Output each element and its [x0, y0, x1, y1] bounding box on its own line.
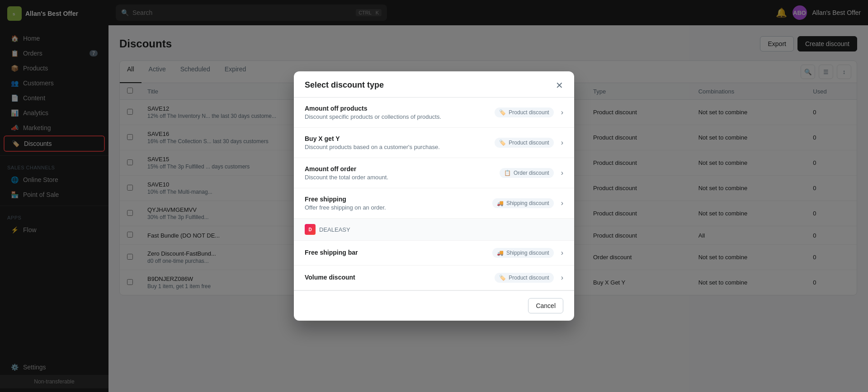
- chevron-right-icon: ›: [561, 108, 563, 117]
- order-discount-badge: 📋 Order discount: [500, 168, 554, 178]
- discount-option-amount-off-order[interactable]: Amount off order Discount the total orde…: [294, 158, 574, 188]
- tag-icon: 🏷️: [499, 109, 506, 116]
- dealeasy-section: D DEALEASY: [294, 219, 574, 241]
- discount-option-desc: Discount the total order amount.: [305, 174, 492, 181]
- modal-body: Amount off products Discount specific pr…: [294, 98, 574, 290]
- discount-option-content: Free shipping bar: [305, 249, 485, 257]
- discount-option-desc: Offer free shipping on an order.: [305, 204, 485, 211]
- discount-option-content: Amount off order Discount the total orde…: [305, 165, 492, 181]
- modal-title: Select discount type: [305, 80, 384, 90]
- discount-option-buy-x-get-y[interactable]: Buy X get Y Discount products based on a…: [294, 128, 574, 158]
- dealeasy-label: DEALEASY: [319, 226, 350, 233]
- modal-footer: Cancel: [294, 290, 574, 321]
- discount-option-content: Buy X get Y Discount products based on a…: [305, 135, 487, 150]
- dealeasy-header: D DEALEASY: [305, 224, 563, 235]
- tag-icon: 🏷️: [499, 275, 506, 281]
- cancel-button[interactable]: Cancel: [528, 298, 563, 313]
- discount-option-title: Amount off products: [305, 105, 487, 112]
- discount-option-title: Amount off order: [305, 165, 492, 173]
- product-discount-badge-3: 🏷️ Product discount: [495, 273, 553, 283]
- discount-option-title: Free shipping: [305, 196, 485, 203]
- chevron-right-icon: ›: [561, 139, 563, 147]
- chevron-right-icon: ›: [561, 199, 563, 207]
- shipping-discount-badge-1: 🚚 Shipping discount: [492, 198, 554, 208]
- chevron-right-icon: ›: [561, 274, 563, 282]
- chevron-right-icon: ›: [561, 169, 563, 177]
- shipping-icon: 🚚: [497, 200, 504, 206]
- product-discount-badge-1: 🏷️ Product discount: [495, 107, 553, 117]
- modal-header: Select discount type ✕: [294, 71, 574, 98]
- modal-overlay[interactable]: Select discount type ✕ Amount off produc…: [0, 0, 868, 392]
- discount-option-content: Volume discount: [305, 274, 487, 282]
- product-discount-badge-2: 🏷️ Product discount: [495, 138, 553, 148]
- shipping-discount-badge-2: 🚚 Shipping discount: [492, 248, 554, 258]
- discount-option-title: Buy X get Y: [305, 135, 487, 142]
- discount-option-volume-discount[interactable]: Volume discount 🏷️ Product discount ›: [294, 266, 574, 290]
- shipping-icon: 🚚: [497, 250, 504, 256]
- discount-option-free-shipping-bar[interactable]: Free shipping bar 🚚 Shipping discount ›: [294, 241, 574, 266]
- discount-option-title: Free shipping bar: [305, 249, 485, 256]
- modal-close-button[interactable]: ✕: [556, 81, 563, 90]
- discount-option-amount-off-products[interactable]: Amount off products Discount specific pr…: [294, 98, 574, 128]
- discount-option-free-shipping[interactable]: Free shipping Offer free shipping on an …: [294, 188, 574, 219]
- chevron-right-icon: ›: [561, 249, 563, 257]
- order-icon: 📋: [504, 170, 511, 176]
- dealeasy-icon: D: [305, 224, 316, 235]
- discount-option-content: Amount off products Discount specific pr…: [305, 105, 487, 120]
- discount-option-content: Free shipping Offer free shipping on an …: [305, 196, 485, 211]
- tag-icon: 🏷️: [499, 140, 506, 146]
- discount-option-title: Volume discount: [305, 274, 487, 281]
- select-discount-type-modal: Select discount type ✕ Amount off produc…: [294, 71, 574, 321]
- discount-option-desc: Discount specific products or collection…: [305, 113, 487, 120]
- discount-option-desc: Discount products based on a customer's …: [305, 144, 487, 150]
